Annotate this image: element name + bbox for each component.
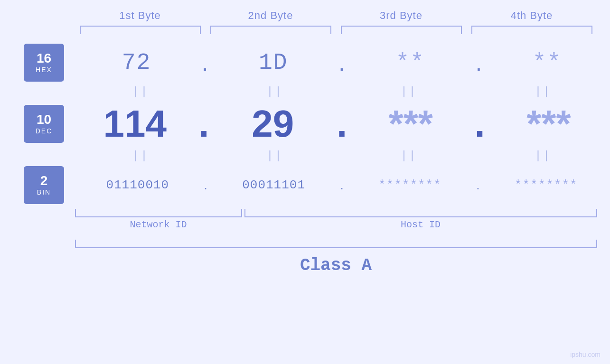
bin-base-label: BIN bbox=[37, 188, 51, 196]
bin-b2-value: 00011101 bbox=[242, 178, 305, 192]
bottom-area: Network ID Host ID bbox=[75, 209, 597, 230]
network-bracket bbox=[75, 209, 242, 217]
byte2-header: 2nd Byte bbox=[206, 9, 336, 22]
eq2-b2: || bbox=[208, 149, 342, 162]
class-area: Class A bbox=[75, 240, 597, 275]
dec-b4-value: *** bbox=[526, 102, 571, 146]
byte3-header: 3rd Byte bbox=[336, 9, 467, 22]
rows-area: 16 HEX 72 . 1D . ** . ** bbox=[0, 44, 610, 204]
hex-b2-value: 1D bbox=[259, 50, 288, 75]
eq2-b4: || bbox=[476, 149, 610, 162]
bin-b3-value: ******** bbox=[378, 178, 441, 192]
main-container: 1st Byte 2nd Byte 3rd Byte 4th Byte 16 H… bbox=[0, 0, 610, 364]
equals-row-2: || || || || bbox=[24, 149, 610, 162]
dec-dot1: . bbox=[198, 102, 209, 146]
watermark: ipshu.com bbox=[570, 351, 601, 358]
bracket-1 bbox=[80, 26, 201, 34]
hex-dot3: . bbox=[476, 50, 482, 76]
bin-row: 2 BIN 01110010 . 00011101 . ******** . *… bbox=[24, 166, 610, 204]
byte4-header: 4th Byte bbox=[467, 9, 597, 22]
bottom-labels: Network ID Host ID bbox=[75, 219, 597, 230]
hex-b4-cell: ** bbox=[484, 50, 610, 75]
network-id-label: Network ID bbox=[75, 219, 242, 230]
hex-values: 72 . 1D . ** . ** bbox=[74, 50, 610, 76]
byte1-header: 1st Byte bbox=[75, 9, 206, 22]
dec-row: 10 DEC 114 . 29 . *** . *** bbox=[24, 102, 610, 146]
hex-b3-value: ** bbox=[395, 50, 425, 75]
bin-b2-cell: 00011101 bbox=[210, 178, 338, 192]
bin-b4-cell: ******** bbox=[482, 178, 610, 192]
dec-dot2: . bbox=[337, 102, 347, 146]
bin-b1-cell: 01110010 bbox=[74, 178, 202, 192]
dec-b4-cell: *** bbox=[488, 102, 610, 146]
bin-b4-value: ******** bbox=[515, 178, 578, 192]
dec-b1-value: 114 bbox=[103, 102, 166, 146]
eq1-b1: || bbox=[74, 85, 208, 98]
dec-base-label: DEC bbox=[36, 127, 53, 135]
dec-dot3: . bbox=[474, 102, 485, 146]
hex-b4-value: ** bbox=[533, 50, 562, 75]
bracket-3 bbox=[341, 26, 462, 34]
hex-base-label: HEX bbox=[36, 66, 52, 74]
byte-headers: 1st Byte 2nd Byte 3rd Byte 4th Byte bbox=[75, 9, 597, 22]
dec-b3-value: *** bbox=[389, 102, 433, 146]
dec-b2-cell: 29 bbox=[212, 102, 334, 146]
hex-badge: 16 HEX bbox=[24, 44, 64, 82]
host-bracket bbox=[244, 209, 597, 217]
eq1-b2: || bbox=[208, 85, 342, 98]
hex-b1-cell: 72 bbox=[74, 50, 199, 75]
dec-b1-cell: 114 bbox=[74, 102, 196, 146]
eq1-b4: || bbox=[476, 85, 610, 98]
bin-base-number: 2 bbox=[40, 174, 48, 187]
class-bracket bbox=[75, 240, 597, 248]
hex-base-number: 16 bbox=[37, 52, 51, 65]
bin-dot1: . bbox=[204, 178, 207, 193]
bin-b3-cell: ******** bbox=[346, 178, 474, 192]
host-id-label: Host ID bbox=[244, 219, 597, 230]
top-brackets bbox=[75, 26, 597, 34]
bin-b1-value: 01110010 bbox=[106, 178, 169, 192]
dec-badge: 10 DEC bbox=[24, 105, 64, 143]
bottom-brackets bbox=[75, 209, 597, 217]
bin-dot2: . bbox=[340, 178, 343, 193]
bin-dot3: . bbox=[476, 178, 479, 193]
hex-b3-cell: ** bbox=[347, 50, 473, 75]
equals-row-1: || || || || bbox=[24, 85, 610, 98]
eq2-b3: || bbox=[342, 149, 476, 162]
bin-badge: 2 BIN bbox=[24, 166, 64, 204]
class-label: Class A bbox=[75, 256, 597, 275]
hex-b2-cell: 1D bbox=[210, 50, 336, 75]
hex-b1-value: 72 bbox=[122, 50, 151, 75]
dec-b3-cell: *** bbox=[349, 102, 472, 146]
bin-values: 01110010 . 00011101 . ******** . *******… bbox=[74, 178, 610, 193]
dec-b2-value: 29 bbox=[252, 102, 294, 146]
bracket-4 bbox=[471, 26, 592, 34]
hex-dot2: . bbox=[338, 50, 345, 76]
dec-values: 114 . 29 . *** . *** bbox=[74, 102, 610, 146]
eq2-b1: || bbox=[74, 149, 208, 162]
hex-row: 16 HEX 72 . 1D . ** . ** bbox=[24, 44, 610, 82]
dec-base-number: 10 bbox=[37, 113, 51, 126]
eq1-b3: || bbox=[342, 85, 476, 98]
hex-dot1: . bbox=[202, 50, 208, 76]
bracket-2 bbox=[210, 26, 331, 34]
